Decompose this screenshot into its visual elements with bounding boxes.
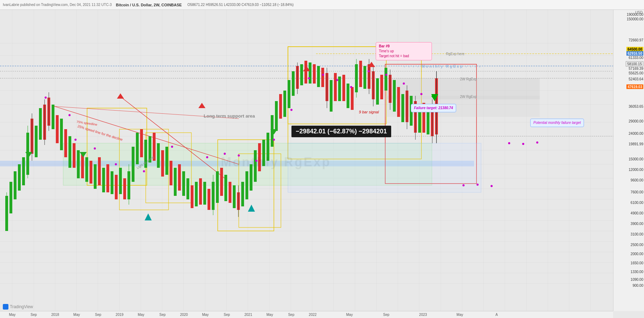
time-sep-2020: Sep (224, 313, 230, 317)
svg-rect-140 (347, 84, 349, 108)
price-2000: 2000.00 (631, 252, 643, 256)
svg-rect-133 (321, 68, 324, 87)
svg-rect-150 (376, 78, 379, 105)
svg-rect-114 (245, 171, 248, 199)
svg-marker-198 (198, 103, 205, 108)
svg-rect-121 (275, 101, 278, 131)
svg-point-191 (462, 184, 465, 186)
svg-rect-71 (77, 150, 80, 178)
time-2021: 2021 (244, 313, 252, 317)
svg-rect-95 (174, 168, 177, 196)
price-72660: 72660.97 (629, 38, 643, 42)
svg-point-171 (68, 114, 71, 116)
svg-rect-125 (292, 71, 295, 96)
svg-rect-145 (363, 66, 366, 89)
time-2019: 2019 (116, 313, 123, 317)
svg-rect-97 (182, 171, 185, 196)
svg-rect-156 (397, 87, 400, 117)
svg-rect-67 (60, 119, 63, 150)
tv-icon (3, 304, 8, 310)
svg-rect-124 (288, 80, 290, 108)
price-current: 47619.03 (626, 84, 643, 89)
svg-point-190 (420, 93, 422, 95)
svg-point-179 (238, 154, 240, 157)
time-axis: May Sep 2018 May Sep 2019 May Sep 2020 M… (0, 311, 613, 318)
svg-rect-122 (279, 94, 282, 119)
price-36053: 36053.65 (629, 104, 643, 108)
time-sep-2017: Sep (31, 313, 37, 317)
svg-rect-139 (342, 75, 345, 101)
svg-rect-129 (304, 61, 307, 84)
svg-rect-100 (195, 182, 198, 206)
time-may-2022: May (346, 313, 353, 317)
price-1330: 1330.00 (631, 270, 643, 274)
svg-point-174 (115, 163, 117, 165)
svg-rect-101 (199, 178, 202, 205)
svg-rect-77 (102, 168, 105, 192)
price-1090: 1090.00 (631, 277, 643, 281)
tradingview-logo: TradingView (3, 304, 33, 310)
svg-point-180 (255, 160, 257, 162)
svg-rect-164 (422, 103, 425, 133)
time-2022: 2022 (309, 313, 316, 317)
svg-rect-106 (216, 171, 219, 203)
price-2500: 2500.00 (631, 243, 643, 247)
time-may-2021: May (267, 313, 273, 317)
svg-point-195 (522, 143, 524, 145)
price-9600: 9600.00 (631, 178, 643, 182)
svg-rect-109 (229, 182, 231, 203)
time-2018: 2018 (51, 313, 59, 317)
svg-rect-94 (170, 161, 172, 185)
svg-point-187 (368, 70, 370, 72)
chart-area: Monthly RgExp (0, 10, 613, 311)
svg-rect-117 (258, 143, 261, 171)
svg-rect-132 (317, 66, 320, 87)
price-7600: 7600.00 (631, 190, 643, 194)
svg-rect-72 (81, 154, 84, 178)
svg-marker-197 (117, 93, 124, 99)
svg-rect-131 (313, 64, 316, 84)
price-12000: 12000.00 (629, 167, 643, 171)
svg-rect-108 (224, 175, 227, 201)
svg-point-181 (273, 139, 275, 141)
svg-point-196 (536, 141, 538, 144)
chart-container: IvanLabrie published on TradingView.com,… (0, 0, 644, 318)
price-29000: 29000.00 (629, 119, 643, 123)
ohlc-info: O58671.22 H59526.51 L42333.00 C47619.03 … (188, 3, 294, 7)
time-sep-2018: Sep (95, 313, 101, 317)
currency-label: USD (635, 10, 643, 15)
price-1650: 1650.00 (631, 261, 643, 265)
svg-rect-88 (144, 140, 147, 168)
svg-point-177 (206, 156, 208, 158)
arrow-buy-1 (145, 213, 152, 220)
svg-rect-165 (427, 108, 429, 134)
svg-rect-78 (106, 164, 109, 192)
svg-rect-136 (330, 80, 333, 112)
svg-rect-128 (300, 64, 303, 85)
time-may-2020: May (202, 313, 209, 317)
time-may-2023: May (456, 313, 463, 317)
svg-rect-144 (359, 61, 362, 87)
price-15000: 15000.00 (629, 157, 643, 161)
svg-rect-90 (153, 133, 156, 161)
price-24000: 24000.00 (629, 131, 643, 135)
svg-rect-53 (18, 164, 21, 191)
svg-rect-54 (22, 157, 25, 185)
price-64500: 64500.00 (626, 47, 643, 51)
svg-point-194 (508, 142, 510, 144)
svg-point-185 (336, 79, 338, 81)
svg-rect-137 (334, 73, 337, 101)
time-sep-2022: Sep (383, 313, 389, 317)
svg-point-173 (94, 147, 96, 150)
svg-point-188 (385, 74, 387, 76)
price-axis: 190000.00 150000.00 72660.97 64500.00 62… (613, 10, 644, 311)
svg-rect-89 (149, 136, 151, 163)
delta-display: −29842.01 (−62.87%) −2984201 (291, 126, 391, 137)
svg-rect-96 (178, 164, 181, 191)
svg-rect-85 (132, 147, 134, 182)
svg-rect-113 (241, 182, 244, 206)
price-57169: 57169.39 (629, 67, 643, 71)
svg-rect-75 (94, 164, 97, 189)
price-3900: 3900.00 (631, 222, 643, 226)
svg-point-176 (171, 146, 173, 148)
